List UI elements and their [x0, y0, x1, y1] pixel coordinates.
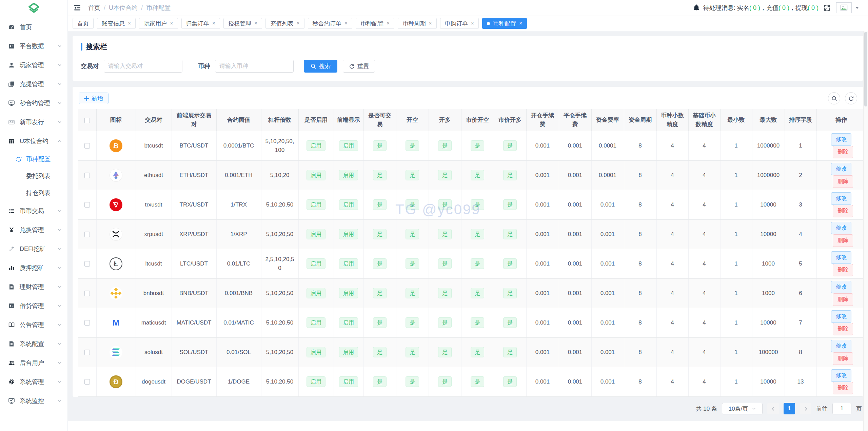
- tab-close-icon[interactable]: ×: [170, 21, 173, 26]
- add-button[interactable]: 新增: [79, 93, 108, 104]
- goto-page-input[interactable]: [832, 403, 851, 414]
- coin-input[interactable]: [215, 60, 294, 73]
- edit-button[interactable]: 修改: [831, 163, 851, 175]
- sidebar-item-player-management[interactable]: 玩家管理: [0, 56, 67, 75]
- cell-open_short: 是: [396, 337, 429, 367]
- row-checkbox[interactable]: [84, 320, 90, 326]
- row-checkbox[interactable]: [84, 261, 90, 267]
- tab-8[interactable]: 币种周期×: [398, 18, 436, 29]
- sidebar-item-system-monitor[interactable]: 系统监控: [0, 391, 67, 410]
- delete-button[interactable]: 删除: [833, 234, 853, 247]
- cell-pair: solusdt: [136, 337, 172, 367]
- edit-button[interactable]: 修改: [831, 192, 851, 205]
- tab-5[interactable]: 充值列表×: [265, 18, 304, 29]
- next-page-button[interactable]: [800, 403, 811, 414]
- sidebar-item-exchange-management[interactable]: 兑换管理: [0, 220, 67, 239]
- tab-close-icon[interactable]: ×: [429, 21, 432, 26]
- breadcrumb-item[interactable]: 首页: [88, 4, 100, 12]
- delete-button[interactable]: 删除: [833, 382, 853, 394]
- sidebar-item-system-config[interactable]: 系统配置: [0, 334, 67, 353]
- sidebar-item-home[interactable]: 首页: [0, 18, 67, 37]
- tab-close-icon[interactable]: ×: [212, 21, 215, 26]
- tab-7[interactable]: 币种配置×: [356, 18, 394, 29]
- tab-close-icon[interactable]: ×: [344, 21, 348, 26]
- scrollbar-thumb[interactable]: [864, 32, 867, 106]
- tab-0[interactable]: 首页: [73, 18, 94, 29]
- sidebar-item-coin-trade[interactable]: 币币交易: [0, 201, 67, 220]
- sidebar-item-new-coin-issue[interactable]: 新币发行: [0, 113, 67, 132]
- edit-button[interactable]: 修改: [831, 281, 851, 293]
- tab-9[interactable]: 申购订单×: [440, 18, 479, 29]
- tab-6[interactable]: 秒合约订单×: [308, 18, 352, 29]
- refresh-icon: [349, 63, 355, 69]
- edit-button[interactable]: 修改: [831, 310, 851, 323]
- app-logo[interactable]: [0, 0, 67, 18]
- tab-close-icon[interactable]: ×: [296, 21, 299, 26]
- reset-button[interactable]: 重置: [343, 60, 375, 73]
- sidebar-item-platform-data[interactable]: 平台数据: [0, 37, 67, 56]
- row-checkbox[interactable]: [84, 350, 90, 355]
- sidebar-item-wealth-management[interactable]: 理财管理: [0, 277, 67, 296]
- fullscreen-icon[interactable]: [823, 4, 831, 12]
- column-header-sort: 排序字段: [785, 109, 816, 131]
- sidebar-item-system-management[interactable]: 系统管理: [0, 372, 67, 391]
- tab-close-icon[interactable]: ×: [471, 21, 474, 26]
- tab-close-icon[interactable]: ×: [519, 21, 522, 26]
- tab-1[interactable]: 账变信息×: [97, 18, 136, 29]
- prev-page-button[interactable]: [767, 403, 779, 414]
- cell-open_fee: 0.001: [526, 308, 559, 337]
- tab-close-icon[interactable]: ×: [387, 21, 390, 26]
- delete-button[interactable]: 删除: [833, 352, 853, 365]
- table-refresh-button[interactable]: [845, 92, 857, 104]
- tab-close-icon[interactable]: ×: [254, 21, 257, 26]
- sidebar-item-order-list[interactable]: 委托列表: [0, 168, 67, 184]
- sidebar-collapse-icon[interactable]: [73, 4, 81, 12]
- tab-active-10[interactable]: 币种配置×: [482, 18, 527, 29]
- sidebar-item-announcement[interactable]: 公告管理: [0, 315, 67, 334]
- avatar[interactable]: [836, 2, 852, 13]
- chevron-down-icon[interactable]: [855, 6, 859, 10]
- delete-button[interactable]: 删除: [833, 205, 853, 217]
- delete-button[interactable]: 删除: [833, 175, 853, 188]
- edit-button[interactable]: 修改: [831, 340, 851, 352]
- delete-button[interactable]: 删除: [833, 293, 853, 306]
- tab-2[interactable]: 玩家用户×: [139, 18, 178, 29]
- sidebar-item-staking-mining[interactable]: 质押挖矿: [0, 258, 67, 277]
- edit-button[interactable]: 修改: [831, 133, 851, 146]
- row-checkbox[interactable]: [84, 173, 90, 178]
- sidebar-item-u-contract[interactable]: U本位合约: [0, 132, 67, 151]
- edit-button[interactable]: 修改: [831, 251, 851, 264]
- page-size-select[interactable]: 10条/页: [722, 403, 763, 414]
- row-checkbox[interactable]: [84, 291, 90, 296]
- delete-button[interactable]: 删除: [833, 323, 853, 335]
- edit-button[interactable]: 修改: [831, 222, 851, 234]
- sidebar-item-deposit-withdraw[interactable]: 充提管理: [0, 75, 67, 94]
- tab-3[interactable]: 归集订单×: [181, 18, 220, 29]
- row-checkbox[interactable]: [84, 143, 90, 149]
- sidebar-item-defi-mining[interactable]: DEFI挖矿: [0, 239, 67, 258]
- cell-min_amount: 1: [720, 190, 752, 219]
- select-all-checkbox[interactable]: [84, 118, 90, 123]
- current-page-button[interactable]: 1: [784, 403, 795, 414]
- scrollbar[interactable]: [863, 31, 868, 431]
- row-checkbox[interactable]: [84, 379, 90, 385]
- sidebar-item-lending-management[interactable]: 借贷管理: [0, 296, 67, 315]
- cell-coin_precision: 4: [656, 308, 688, 337]
- sidebar-item-coin-config[interactable]: 币种配置: [0, 151, 67, 168]
- tab-close-icon[interactable]: ×: [128, 21, 131, 26]
- row-checkbox[interactable]: [84, 232, 90, 237]
- sidebar-item-second-contract[interactable]: 秒合约管理: [0, 94, 67, 113]
- delete-button[interactable]: 删除: [833, 264, 853, 276]
- users-icon: [8, 359, 15, 366]
- bell-icon[interactable]: [693, 4, 700, 12]
- sidebar-item-position-list[interactable]: 持仓列表: [0, 184, 67, 201]
- sidebar-item-admin-users[interactable]: 后台用户: [0, 353, 67, 372]
- tab-4[interactable]: 授权管理×: [223, 18, 262, 29]
- pair-input[interactable]: [104, 60, 182, 73]
- row-checkbox[interactable]: [84, 202, 90, 208]
- edit-button[interactable]: 修改: [831, 369, 851, 382]
- status-tag: 启用: [307, 258, 326, 269]
- search-button[interactable]: 搜索: [304, 60, 337, 73]
- delete-button[interactable]: 删除: [833, 146, 853, 158]
- table-search-icon-button[interactable]: [828, 92, 840, 104]
